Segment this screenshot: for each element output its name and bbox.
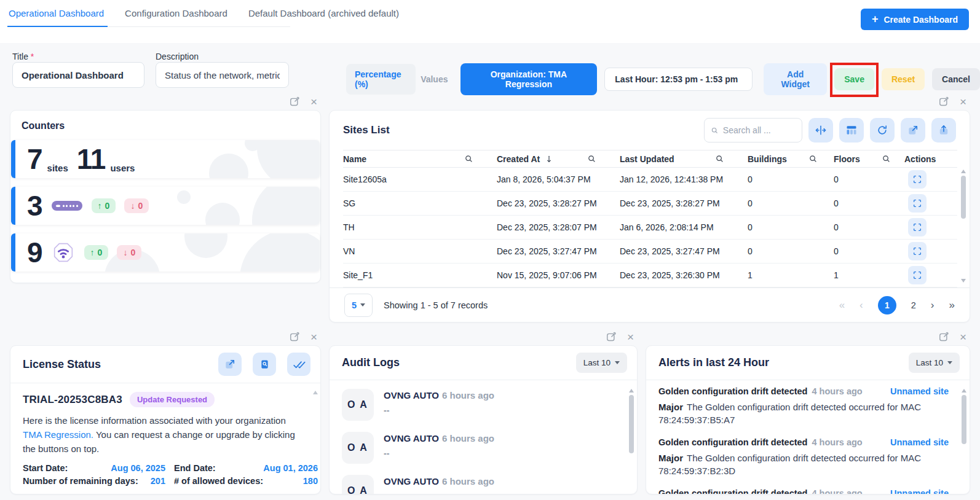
alert-entry[interactable]: Golden configuration drift detected 4 ho… — [658, 437, 949, 477]
counter-sites-users[interactable]: 7 sites 11 users — [11, 140, 320, 178]
table-row[interactable]: Site12605a Jan 8, 2026, 5:04:37 PM Jan 1… — [343, 168, 957, 192]
edit-widget-button[interactable] — [289, 331, 301, 343]
search-input[interactable] — [723, 125, 796, 135]
scroll-up-icon[interactable] — [629, 389, 634, 393]
percentage-toggle[interactable]: Percentage (%) — [346, 64, 416, 95]
column-search-icon[interactable] — [808, 154, 818, 163]
end-date-value: Aug 01, 2026 — [263, 463, 318, 473]
chevron-down-icon — [360, 303, 365, 307]
audit-user: OVNG AUTO — [384, 433, 439, 443]
edit-widget-button[interactable] — [938, 331, 950, 343]
sites-list-widget: × Sites List — [329, 95, 970, 322]
expand-site-button[interactable] — [908, 170, 927, 189]
top-bar: Operational Dashboard Configuration Dash… — [0, 0, 980, 43]
column-search-icon[interactable] — [715, 154, 724, 163]
sites-count: 7 — [27, 145, 42, 173]
organization-filter-button[interactable]: Organization: TMA Regression — [460, 63, 598, 95]
sort-descending-icon[interactable] — [545, 155, 553, 163]
table-row[interactable]: Site_F1 Nov 15, 2025, 9:07:06 PM Dec 23,… — [343, 264, 957, 287]
allowed-devices-value: 180 — [303, 476, 318, 486]
alert-site-link[interactable]: Unnamed site — [890, 437, 949, 447]
next-page-icon[interactable]: › — [931, 299, 935, 311]
title-input[interactable] — [12, 62, 144, 88]
start-date-label: Start Date: — [23, 463, 68, 473]
counter-access-points[interactable]: 9 ↑0 ↓0 — [11, 233, 320, 271]
open-fullscreen-button[interactable] — [901, 118, 925, 143]
aps-down-badge: ↓0 — [117, 245, 141, 260]
edit-widget-button[interactable] — [606, 331, 617, 343]
description-input[interactable] — [156, 62, 289, 88]
alerts-scrollbar[interactable] — [961, 389, 967, 492]
organization-link[interactable]: TMA Regression. — [23, 429, 93, 440]
tab-configuration-dashboard[interactable]: Configuration Dashboard — [125, 8, 227, 18]
refresh-icon — [876, 124, 888, 136]
first-page-icon[interactable]: « — [839, 299, 845, 311]
save-button[interactable]: Save — [834, 68, 874, 90]
column-search-icon[interactable] — [882, 154, 891, 163]
create-dashboard-button[interactable]: + Create Dashboard — [861, 9, 969, 30]
alerts-filter-dropdown[interactable]: Last 10 — [909, 353, 960, 373]
remove-widget-button[interactable]: × — [627, 331, 634, 343]
page-1-button[interactable]: 1 — [878, 296, 896, 314]
table-row[interactable]: TH Dec 23, 2025, 3:28:07 PM Jan 6, 2026,… — [343, 216, 957, 240]
page-size-select[interactable]: 5 — [344, 294, 373, 317]
site-name: Site12605a — [343, 168, 497, 192]
alert-site-link[interactable]: Unnamed site — [890, 386, 949, 396]
column-search-icon[interactable] — [464, 154, 473, 163]
cancel-button[interactable]: Cancel — [932, 68, 980, 90]
expand-site-button[interactable] — [908, 242, 927, 260]
alert-entry[interactable]: Golden configuration drift detected 4 ho… — [658, 488, 949, 494]
page-2-button[interactable]: 2 — [911, 300, 916, 310]
expand-site-button[interactable] — [908, 266, 927, 284]
column-search-icon[interactable] — [587, 154, 596, 163]
remove-widget-button[interactable]: × — [310, 331, 317, 343]
audit-log-entry[interactable]: O A OVNG AUTO6 hours ago -- — [342, 384, 625, 427]
scroll-up-icon[interactable] — [962, 389, 966, 393]
edit-widget-button[interactable] — [289, 96, 301, 107]
license-details-button[interactable] — [253, 353, 276, 376]
alerts-title: Alerts in last 24 Hour — [658, 356, 769, 369]
refresh-button[interactable] — [870, 118, 895, 143]
export-button[interactable] — [931, 118, 956, 143]
alert-entry[interactable]: Golden configuration drift detected 4 ho… — [658, 386, 949, 426]
alert-site-link[interactable]: Unnamed site — [890, 488, 949, 494]
tab-operational-dashboard[interactable]: Operational Dashboard — [9, 8, 104, 18]
resize-columns-button[interactable] — [808, 118, 833, 143]
audit-scrollbar[interactable] — [628, 389, 634, 492]
prev-page-icon[interactable]: ‹ — [859, 299, 863, 311]
scrollbar-thumb[interactable] — [629, 395, 634, 453]
scrollbar-thumb[interactable] — [961, 176, 966, 219]
counter-switches[interactable]: 3 ↑0 ↓0 — [11, 187, 320, 225]
table-row[interactable]: SG Dec 23, 2025, 3:28:27 PM Dec 23, 2025… — [343, 192, 957, 216]
values-toggle[interactable]: Values — [416, 69, 452, 90]
remove-widget-button[interactable]: × — [960, 331, 966, 343]
table-scrollbar[interactable] — [960, 170, 966, 289]
last-page-icon[interactable]: » — [949, 299, 955, 311]
license-open-button[interactable] — [218, 353, 242, 376]
scroll-up-icon[interactable] — [313, 391, 318, 394]
license-title: License Status — [23, 358, 101, 371]
audit-log-entry[interactable]: O A OVNG AUTO6 hours ago -- — [342, 470, 625, 494]
remove-widget-button[interactable]: × — [960, 96, 966, 107]
edit-widget-button[interactable] — [938, 96, 950, 107]
remaining-days-value: 201 — [151, 476, 165, 486]
alerts-list: Golden configuration drift detected 4 ho… — [646, 380, 970, 494]
add-widget-button[interactable]: Add Widget — [764, 63, 827, 95]
reset-button[interactable]: Reset — [882, 68, 925, 90]
license-approve-button[interactable] — [287, 353, 310, 376]
expand-site-button[interactable] — [908, 218, 927, 236]
table-row[interactable]: VN Dec 23, 2025, 3:27:47 PM Dec 23, 2025… — [343, 240, 957, 264]
remove-widget-button[interactable]: × — [310, 96, 317, 107]
fullscreen-brackets-icon — [912, 246, 922, 256]
audit-filter-dropdown[interactable]: Last 10 — [576, 353, 627, 373]
expand-site-button[interactable] — [908, 194, 927, 213]
open-in-new-icon — [224, 358, 236, 370]
site-name: Site_F1 — [343, 264, 497, 287]
scroll-down-icon[interactable] — [961, 279, 966, 283]
time-range-picker[interactable]: Last Hour: 12:53 pm - 1:53 pm — [604, 68, 753, 91]
tab-default-dashboard[interactable]: Default Dashboard (archived default) — [248, 8, 399, 18]
scroll-up-icon[interactable] — [961, 170, 966, 173]
scrollbar-thumb[interactable] — [962, 395, 966, 444]
columns-settings-button[interactable] — [839, 118, 864, 143]
audit-log-entry[interactable]: O A OVNG AUTO6 hours ago -- — [342, 427, 625, 470]
